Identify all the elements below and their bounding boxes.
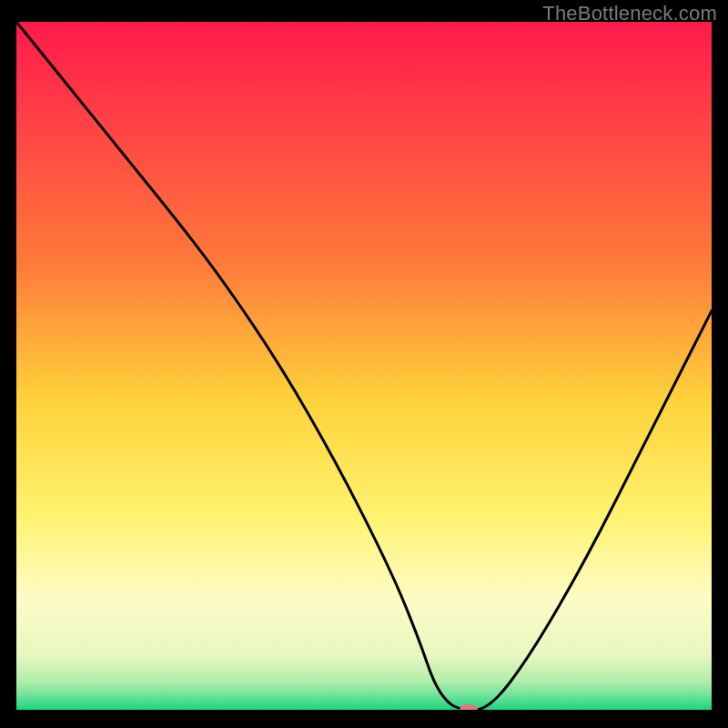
gradient-rect xyxy=(16,22,712,710)
plot-area xyxy=(16,22,712,710)
optimal-marker xyxy=(460,704,478,710)
watermark-text: TheBottleneck.com xyxy=(542,2,717,25)
chart-frame: TheBottleneck.com xyxy=(0,0,728,728)
chart-svg xyxy=(16,22,712,710)
